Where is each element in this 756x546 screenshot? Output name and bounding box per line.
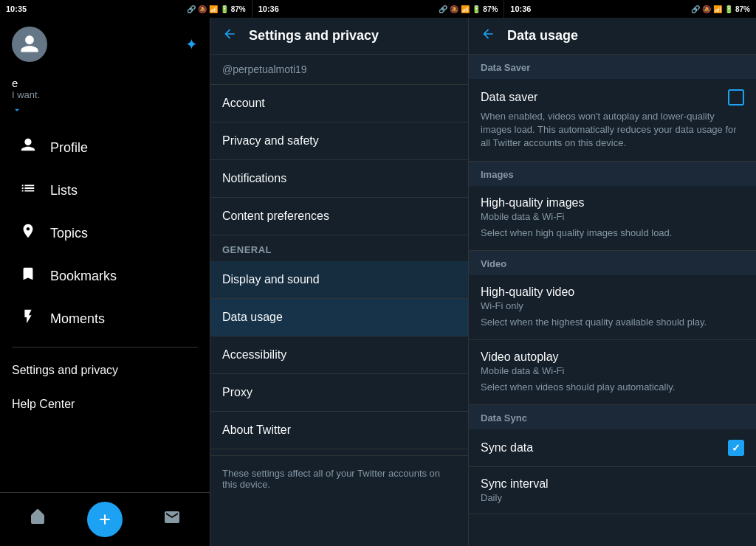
time-left: 10:35: [6, 4, 27, 13]
hq-images-title: High-quality images: [481, 196, 585, 210]
data-usage-back-button[interactable]: [481, 27, 495, 45]
settings-item-display[interactable]: Display and sound: [210, 261, 468, 299]
sidebar-item-bookmarks[interactable]: Bookmarks: [6, 255, 204, 297]
hq-images-desc: Select when high quality images should l…: [481, 227, 744, 240]
settings-header: Settings and privacy: [210, 18, 468, 55]
video-autoplay-subtitle: Mobile data & Wi-Fi: [481, 365, 744, 376]
hq-video-desc: Select when the highest quality availabl…: [481, 316, 744, 329]
bookmarks-icon: [18, 266, 38, 286]
topics-label: Topics: [50, 226, 88, 241]
data-saver-item[interactable]: Data saver When enabled, videos won't au…: [469, 79, 756, 162]
time-middle: 10:36: [258, 4, 279, 13]
status-bars: 10:35 🔗 🔕 📶 🔋 🔗 🔕 📶 🔋 87% 87% 10:36 🔗 🔕 …: [0, 0, 756, 18]
moments-icon: [18, 308, 38, 329]
nav-items: Profile Lists Topics: [0, 127, 210, 341]
video-autoplay-desc: Select when videos should play automatic…: [481, 381, 744, 394]
settings-label: Settings and privacy: [12, 364, 118, 376]
mail-icon[interactable]: [163, 508, 181, 531]
hq-video-subtitle: Wi-Fi only: [481, 300, 744, 311]
settings-item-privacy[interactable]: Privacy and safety: [210, 122, 468, 160]
sync-data-checkbox[interactable]: [728, 440, 744, 456]
status-icons-middle: 🔗 🔕 📶 🔋 87%: [439, 5, 498, 13]
general-section-header: General: [210, 235, 468, 261]
video-autoplay-title: Video autoplay: [481, 350, 559, 364]
sync-interval-subtitle: Daily: [481, 492, 744, 503]
high-quality-video-item[interactable]: High-quality video Wi-Fi only Select whe…: [469, 275, 756, 340]
settings-item-proxy[interactable]: Proxy: [210, 374, 468, 412]
video-autoplay-item[interactable]: Video autoplay Mobile data & Wi-Fi Selec…: [469, 340, 756, 405]
data-saver-desc: When enabled, videos won't autoplay and …: [481, 110, 744, 151]
help-label: Help Center: [12, 398, 75, 410]
high-quality-images-item[interactable]: High-quality images Mobile data & Wi-Fi …: [469, 186, 756, 251]
data-saver-section-label: Data saver: [469, 55, 756, 79]
snippet: e I want.: [0, 71, 210, 121]
panel-right: Data usage Data saver Data saver When en…: [469, 18, 756, 546]
time-right: 10:36: [510, 4, 531, 13]
status-bar-right: 10:36 🔗 🔕 📶 🔋 87%: [504, 0, 756, 18]
sidebar-item-lists[interactable]: Lists: [6, 170, 204, 211]
sidebar-item-help[interactable]: Help Center: [0, 387, 210, 421]
status-icons-right: 🔗 🔕 📶 🔋 87%: [691, 5, 750, 13]
sidebar-item-moments[interactable]: Moments: [6, 298, 204, 339]
settings-item-about[interactable]: About Twitter: [210, 412, 468, 449]
settings-item-data-usage[interactable]: Data usage: [210, 299, 468, 336]
settings-footer-note: These settings affect all of your Twitte…: [210, 455, 468, 502]
settings-title: Settings and privacy: [249, 28, 379, 44]
compose-button[interactable]: [87, 502, 123, 537]
settings-item-accessibility[interactable]: Accessibility: [210, 336, 468, 374]
left-footer: [0, 492, 210, 546]
settings-item-account[interactable]: Account: [210, 85, 468, 122]
lists-label: Lists: [50, 183, 78, 198]
bookmarks-label: Bookmarks: [50, 269, 117, 284]
images-section-label: Images: [469, 162, 756, 186]
settings-item-content[interactable]: Content preferences: [210, 198, 468, 235]
sync-data-item[interactable]: Sync data: [469, 429, 756, 467]
panel-left: ✦ e I want. Profile: [0, 18, 210, 546]
settings-item-notifications[interactable]: Notifications: [210, 160, 468, 198]
sidebar-item-topics[interactable]: Topics: [6, 212, 204, 254]
left-header: ✦: [0, 18, 210, 71]
status-icons-left: 🔗 🔕 📶 🔋 🔗 🔕 📶 🔋 87% 87%: [187, 5, 246, 13]
avatar[interactable]: [12, 27, 47, 62]
data-sync-section-label: Data sync: [469, 405, 756, 429]
profile-icon: [18, 137, 38, 158]
data-saver-item-header: Data saver: [481, 89, 744, 106]
video-section-label: Video: [469, 251, 756, 275]
topics-icon: [18, 223, 38, 243]
status-bar-middle: 10:36 🔗 🔕 📶 🔋 87%: [252, 0, 504, 18]
sparkle-icon[interactable]: ✦: [185, 35, 198, 53]
main-content: ✦ e I want. Profile: [0, 18, 756, 546]
data-usage-title: Data usage: [507, 28, 578, 44]
sync-data-title: Sync data: [481, 441, 533, 455]
back-button[interactable]: [222, 27, 237, 45]
lists-icon: [18, 180, 38, 201]
data-saver-title: Data saver: [481, 91, 537, 104]
sync-interval-item[interactable]: Sync interval Daily: [469, 467, 756, 514]
account-handle: @perpetualmoti19: [210, 55, 468, 85]
hq-video-title: High-quality video: [481, 286, 574, 299]
nav-divider: [12, 347, 198, 348]
data-usage-header: Data usage: [469, 18, 756, 55]
moments-label: Moments: [50, 311, 105, 327]
home-icon[interactable]: [29, 508, 47, 531]
hq-images-subtitle: Mobile data & Wi-Fi: [481, 211, 744, 222]
panel-middle: Settings and privacy @perpetualmoti19 Ac…: [210, 18, 469, 546]
data-saver-checkbox[interactable]: [728, 89, 744, 106]
profile-label: Profile: [50, 140, 88, 156]
sidebar-item-settings[interactable]: Settings and privacy: [0, 353, 210, 387]
sidebar-item-profile[interactable]: Profile: [6, 127, 204, 168]
status-bar-left: 10:35 🔗 🔕 📶 🔋 🔗 🔕 📶 🔋 87% 87%: [0, 0, 252, 18]
sync-interval-title: Sync interval: [481, 477, 549, 491]
